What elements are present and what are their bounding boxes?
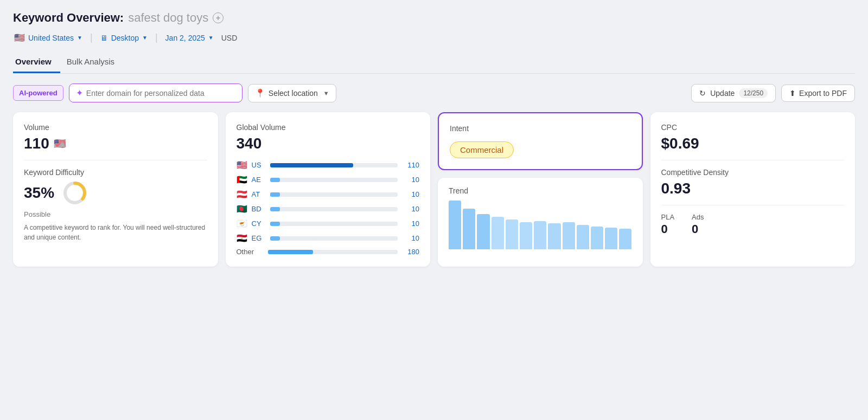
bar-at — [270, 192, 398, 197]
refresh-icon: ↻ — [699, 89, 706, 98]
kd-sub-label: Possible — [24, 210, 207, 218]
date-filter[interactable]: Jan 2, 2025 ▼ — [164, 31, 215, 44]
page-title: Keyword Overview: safest dog toys + — [13, 11, 855, 25]
count-at: 10 — [402, 190, 419, 198]
domain-input[interactable] — [86, 89, 235, 98]
divider: | — [90, 32, 93, 43]
flag-ae: 🇦🇪 — [237, 175, 247, 185]
location-filter[interactable]: 🇺🇸 United States ▼ — [13, 30, 84, 45]
tab-overview[interactable]: Overview — [13, 53, 60, 73]
trend-bar-4 — [506, 219, 518, 249]
kd-description: A competitive keyword to rank for. You w… — [24, 223, 207, 242]
volume-divider — [24, 160, 207, 160]
trend-bar-0 — [449, 201, 461, 249]
bar-cy — [270, 222, 398, 226]
filters-row: 🇺🇸 United States ▼ | 🖥 Desktop ▼ | Jan 2… — [13, 30, 855, 45]
ads-label: Ads — [692, 213, 704, 221]
tabs-row: Overview Bulk Analysis — [13, 53, 855, 74]
count-other: 180 — [402, 248, 419, 256]
ads-item: Ads 0 — [692, 213, 704, 236]
trend-bar-3 — [492, 217, 504, 249]
device-chevron-icon: ▼ — [142, 35, 148, 41]
pla-item: PLA 0 — [661, 213, 675, 236]
volume-label: Volume — [24, 123, 207, 132]
trend-bar-6 — [534, 221, 546, 249]
ai-powered-badge: AI-powered — [13, 85, 63, 101]
export-icon: ⬆ — [789, 89, 796, 98]
divider2: | — [155, 32, 158, 43]
count-cy: 10 — [402, 219, 419, 228]
device-filter[interactable]: 🖥 Desktop ▼ — [99, 31, 149, 44]
location-dropdown-chevron-icon: ▼ — [323, 90, 329, 96]
flag-at: 🇦🇹 — [237, 189, 247, 199]
count-ae: 10 — [402, 176, 419, 184]
country-row-eg: 🇪🇬 EG 10 — [237, 233, 420, 243]
trend-bar-9 — [577, 225, 589, 249]
trend-chart — [449, 201, 632, 249]
trend-bar-7 — [548, 223, 560, 249]
add-keyword-icon[interactable]: + — [213, 12, 224, 23]
select-location-btn[interactable]: 📍 Select location ▼ — [248, 84, 336, 102]
intent-label: Intent — [450, 124, 631, 133]
volume-value: 110 🇺🇸 — [24, 135, 207, 152]
other-label: Other — [237, 248, 264, 256]
cards-row: Volume 110 🇺🇸 Keyword Difficulty 35% Pos… — [13, 112, 855, 267]
trend-bar-12 — [619, 229, 631, 249]
desktop-icon: 🖥 — [100, 34, 108, 42]
cpc-divider — [661, 160, 845, 160]
bar-eg — [270, 236, 398, 241]
gv-label: Global Volume — [237, 123, 420, 132]
country-row-us: 🇺🇸 US 110 — [237, 160, 420, 170]
volume-card: Volume 110 🇺🇸 Keyword Difficulty 35% Pos… — [13, 112, 218, 267]
date-chevron-icon: ▼ — [208, 35, 214, 41]
kd-donut-chart — [62, 180, 88, 206]
pla-ads-row: PLA 0 Ads 0 — [661, 213, 845, 236]
trend-bar-8 — [563, 222, 575, 249]
bar-other — [268, 250, 398, 254]
currency-label: USD — [221, 34, 238, 42]
export-pdf-button[interactable]: ⬆ Export to PDF — [781, 85, 855, 102]
code-ae: AE — [252, 176, 266, 184]
kd-row: 35% — [24, 180, 207, 206]
toolbar-row: AI-powered ✦ 📍 Select location ▼ ↻ Updat… — [13, 83, 855, 102]
update-counter: 12/250 — [739, 88, 768, 98]
pla-value: 0 — [661, 222, 675, 236]
location-chevron-icon: ▼ — [77, 35, 82, 41]
page-header: Keyword Overview: safest dog toys + 🇺🇸 U… — [13, 11, 855, 45]
flag-eg: 🇪🇬 — [237, 233, 247, 243]
cpc-value: $0.69 — [661, 135, 845, 152]
trend-bar-10 — [591, 227, 603, 249]
cd-label: Competitive Density — [661, 168, 845, 177]
country-row-at: 🇦🇹 AT 10 — [237, 189, 420, 199]
count-us: 110 — [402, 161, 419, 169]
country-list: 🇺🇸 US 110 🇦🇪 AE 10 🇦🇹 AT — [237, 160, 420, 256]
location-pin-icon: 📍 — [255, 88, 265, 98]
bar-bd — [270, 207, 398, 211]
count-bd: 10 — [402, 205, 419, 213]
ads-value: 0 — [692, 222, 704, 236]
intent-card: Intent Commercial — [438, 112, 643, 170]
code-us: US — [252, 161, 266, 169]
tab-bulk-analysis[interactable]: Bulk Analysis — [65, 53, 123, 73]
country-row-cy: 🇨🇾 CY 10 — [237, 218, 420, 229]
kd-label: Keyword Difficulty — [24, 168, 207, 177]
cd-divider — [661, 205, 845, 205]
code-cy: CY — [252, 219, 266, 228]
flag-us: 🇺🇸 — [237, 160, 247, 170]
trend-bar-5 — [520, 222, 532, 249]
gv-value: 340 — [237, 135, 420, 152]
count-eg: 10 — [402, 234, 419, 242]
trend-bar-1 — [463, 209, 475, 249]
trend-bar-2 — [477, 214, 489, 249]
domain-input-wrapper[interactable]: ✦ — [69, 83, 242, 102]
pla-label: PLA — [661, 213, 675, 221]
country-row-bd: 🇧🇩 BD 10 — [237, 204, 420, 214]
bar-us — [270, 163, 398, 167]
cd-value: 0.93 — [661, 180, 845, 197]
bar-ae — [270, 178, 398, 182]
kd-value: 35% — [24, 184, 54, 202]
code-eg: EG — [252, 234, 266, 242]
us-flag-small: 🇺🇸 — [54, 138, 66, 150]
country-row-ae: 🇦🇪 AE 10 — [237, 175, 420, 185]
update-button[interactable]: ↻ Update 12/250 — [691, 84, 776, 102]
